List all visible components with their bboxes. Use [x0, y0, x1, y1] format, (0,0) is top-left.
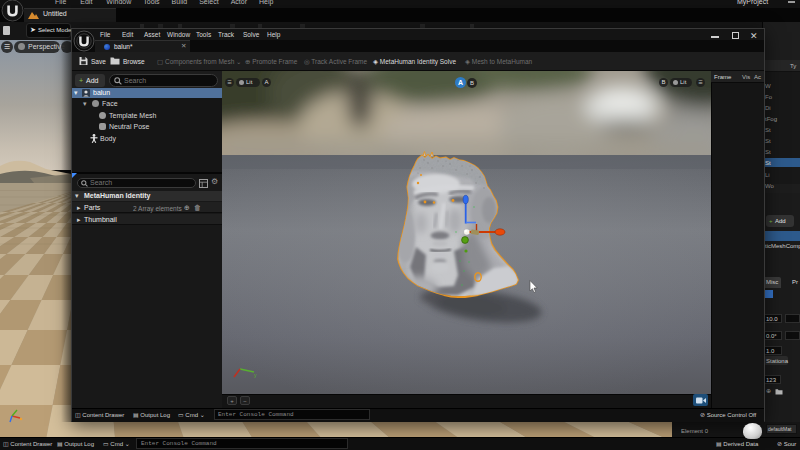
svg-text:y: y — [254, 372, 257, 378]
